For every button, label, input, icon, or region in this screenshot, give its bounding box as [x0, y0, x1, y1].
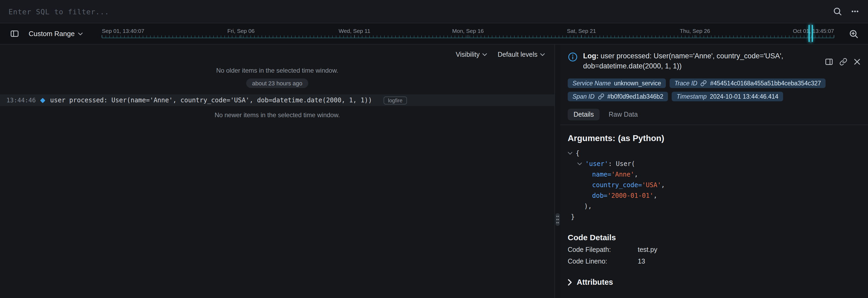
badge-label: Timestamp — [677, 93, 707, 100]
sql-filter-input[interactable] — [8, 7, 833, 15]
link-icon — [701, 80, 707, 87]
log-timestamp: 13:44:46 — [6, 97, 36, 104]
log-level-diamond-icon — [40, 98, 45, 103]
logfire-app: Custom Range Sep 01, 13:40:07 Fri, Sep 0… — [0, 0, 868, 298]
timeline-controls: Custom Range — [0, 23, 83, 44]
timeline-tick-label: Wed, Sep 11 — [339, 28, 370, 34]
code-line: country_code='USA', — [592, 180, 861, 190]
timeline-tick — [241, 35, 241, 38]
arguments-code: { 'user': User( name='Anne', country_cod… — [568, 148, 861, 222]
default-levels-dropdown[interactable]: Default levels — [498, 51, 545, 58]
badge-value: unknown_service — [614, 80, 661, 87]
dock-panel-icon[interactable] — [825, 52, 833, 71]
chevron-down-icon — [482, 53, 487, 56]
more-options-icon[interactable] — [850, 7, 860, 16]
badge-value: 2024-10-01 13:44:46.414 — [710, 93, 778, 100]
arguments-heading: Arguments:(as Python) — [568, 134, 861, 143]
timeline-tick — [581, 35, 582, 38]
code-line: } — [571, 211, 861, 222]
code-line: dob='2000-01-01', — [592, 190, 861, 201]
code-lineno-label: Code Lineno: — [568, 258, 638, 265]
trace-id-badge[interactable]: Trace ID #454514c0168a455a51bb4ceba354c3… — [670, 78, 826, 88]
timeline-tick — [468, 35, 468, 38]
detail-title-prefix: Log: — [583, 52, 599, 60]
timeline-tick-label: Fri, Sep 06 — [227, 28, 255, 34]
code-lineno-row: Code Lineno: 13 — [568, 258, 861, 265]
timestamp-badge: Timestamp 2024-10-01 13:44:46.414 — [672, 92, 783, 101]
tab-details[interactable]: Details — [568, 109, 599, 120]
timeline-tick-label: Oct 01, 13:45:07 — [793, 28, 834, 34]
attributes-heading: Attributes — [577, 278, 613, 286]
detail-header: Log: user processed: User(name='Anne', c… — [560, 44, 868, 71]
code-filepath-label: Code Filepath: — [568, 246, 638, 254]
collapse-chevron-icon[interactable] — [568, 152, 576, 155]
timeline-bar: Custom Range Sep 01, 13:40:07 Fri, Sep 0… — [0, 23, 868, 44]
collapse-chevron-icon[interactable] — [577, 162, 585, 165]
visibility-dropdown[interactable]: Visibility — [456, 51, 487, 58]
timeline-tick-label: Thu, Sep 26 — [680, 28, 710, 34]
code-lineno-value: 13 — [638, 258, 645, 265]
service-name-badge: Service Name unknown_service — [568, 78, 666, 88]
timeline-tick — [102, 35, 102, 38]
code-line: 'user': User( — [577, 159, 861, 169]
log-message: user processed: User(name='Anne', countr… — [50, 97, 372, 104]
timeline-selection-brush[interactable] — [809, 25, 813, 42]
time-range-label: Custom Range — [29, 30, 74, 38]
copy-link-icon[interactable] — [839, 52, 847, 71]
time-ago-row: about 23 hours ago — [0, 78, 554, 88]
badge-label: Span ID — [572, 93, 594, 100]
badge-value: #b0f0d9ed1ab346b2 — [607, 93, 663, 100]
time-ago-badge: about 23 hours ago — [246, 78, 308, 88]
detail-actions — [825, 52, 861, 71]
chevron-down-icon — [540, 53, 545, 56]
sqlbar-actions — [833, 7, 860, 16]
no-newer-items-message: No newer items in the selected time wind… — [0, 111, 554, 119]
timeline-tick — [834, 35, 834, 38]
no-older-items-message: No older items in the selected time wind… — [0, 67, 554, 74]
span-id-badge[interactable]: Span ID #b0f0d9ed1ab346b2 — [568, 92, 668, 101]
zoom-in-icon[interactable] — [847, 27, 861, 41]
timeline-tick — [354, 35, 355, 38]
detail-body: Arguments:(as Python) { 'user': User( na… — [560, 125, 868, 286]
timeline-track[interactable]: Sep 01, 13:40:07 Fri, Sep 06 Wed, Sep 11… — [102, 23, 834, 44]
timeline-axis-line — [102, 38, 834, 38]
detail-badges: Service Name unknown_service Trace ID #4… — [560, 71, 868, 101]
search-icon[interactable] — [833, 7, 842, 16]
main-area: Visibility Default levels No older items… — [0, 44, 868, 298]
detail-title-text: user processed: User(name='Anne', countr… — [583, 52, 783, 70]
timeline-tick — [695, 35, 695, 38]
sql-filter-bar — [0, 0, 868, 23]
chevron-right-icon — [568, 279, 572, 286]
log-scope-tag[interactable]: logfire — [384, 96, 407, 104]
code-filepath-row: Code Filepath: test.py — [568, 246, 861, 254]
code-line: name='Anne', — [592, 169, 861, 180]
detail-tabs: Details Raw Data — [560, 101, 868, 125]
badge-value: #454514c0168a455a51bb4ceba354c327 — [710, 80, 821, 87]
detail-title: Log: user processed: User(name='Anne', c… — [583, 51, 820, 71]
code-line: ), — [584, 201, 861, 211]
code-filepath-value: test.py — [638, 246, 657, 254]
attributes-expander[interactable]: Attributes — [568, 278, 861, 286]
code-line: { — [568, 148, 861, 159]
timeline-tick-label: Sep 01, 13:40:07 — [102, 28, 144, 34]
time-range-selector[interactable]: Custom Range — [29, 30, 83, 38]
link-icon — [598, 93, 604, 100]
default-levels-label: Default levels — [498, 51, 537, 58]
detail-panel: Log: user processed: User(name='Anne', c… — [560, 44, 868, 298]
panel-splitter[interactable] — [555, 44, 560, 298]
log-row[interactable]: 13:44:46 user processed: User(name='Anne… — [0, 94, 554, 106]
chevron-down-icon — [78, 32, 83, 35]
visibility-label: Visibility — [456, 51, 479, 58]
info-icon — [568, 52, 578, 71]
badge-label: Service Name — [572, 80, 611, 87]
code-details-heading: Code Details — [568, 233, 861, 242]
sidebar-toggle-icon[interactable] — [7, 27, 21, 40]
timeline-tick-label: Sat, Sep 21 — [567, 28, 596, 34]
close-icon[interactable] — [854, 52, 861, 71]
list-controls: Visibility Default levels — [0, 44, 554, 58]
timeline-tick-label: Mon, Sep 16 — [452, 28, 484, 34]
tab-raw-data[interactable]: Raw Data — [603, 109, 644, 120]
splitter-grip-icon[interactable] — [556, 213, 560, 226]
log-list-panel: Visibility Default levels No older items… — [0, 44, 555, 298]
badge-label: Trace ID — [674, 80, 698, 87]
